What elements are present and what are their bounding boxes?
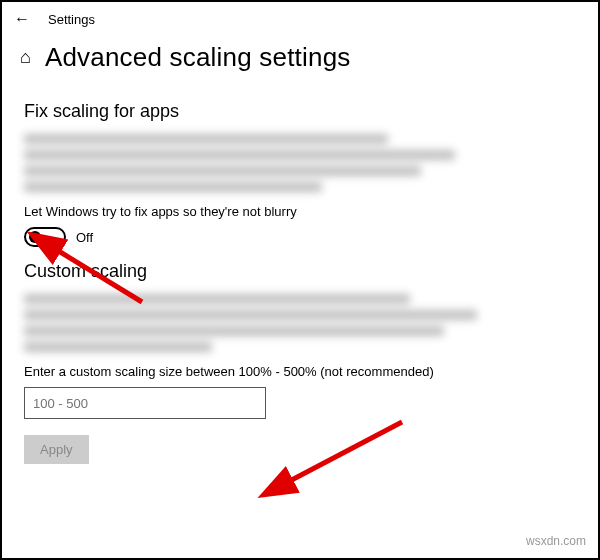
toggle-state: Off xyxy=(76,230,93,245)
title-row: ⌂ Advanced scaling settings xyxy=(2,32,598,87)
toggle-row: Off xyxy=(24,227,576,247)
blurred-description-1 xyxy=(24,134,576,192)
toggle-label: Let Windows try to fix apps so they're n… xyxy=(24,204,576,219)
input-label: Enter a custom scaling size between 100%… xyxy=(24,364,576,379)
app-title: Settings xyxy=(48,12,95,27)
blurred-description-2 xyxy=(24,294,576,352)
toggle-knob xyxy=(29,231,41,243)
back-icon[interactable]: ← xyxy=(14,10,30,28)
header-row: ← Settings xyxy=(2,2,598,32)
section-custom-scaling: Custom scaling Enter a custom scaling si… xyxy=(2,261,598,464)
page-title: Advanced scaling settings xyxy=(45,42,351,73)
watermark: wsxdn.com xyxy=(526,534,586,548)
section-heading-fix-scaling: Fix scaling for apps xyxy=(24,101,576,122)
section-fix-scaling: Fix scaling for apps Let Windows try to … xyxy=(2,101,598,247)
section-heading-custom-scaling: Custom scaling xyxy=(24,261,576,282)
custom-scaling-input[interactable] xyxy=(24,387,266,419)
fix-scaling-toggle[interactable] xyxy=(24,227,66,247)
home-icon[interactable]: ⌂ xyxy=(20,47,31,68)
apply-button[interactable]: Apply xyxy=(24,435,89,464)
